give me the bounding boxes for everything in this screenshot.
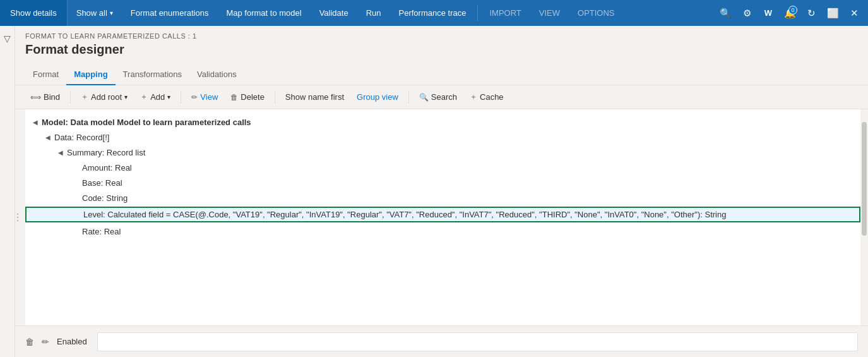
level-label: Level: Calculated field = CASE(@.Code, "…	[82, 210, 726, 219]
tab-mapping[interactable]: Mapping	[66, 64, 115, 85]
nav-item-format-enumerations[interactable]: Format enumerations	[122, 0, 218, 26]
nav-items: Show all Format enumerations Map format …	[68, 0, 711, 26]
summary-label: Summary: Record list	[66, 148, 145, 157]
main-container: ▽ FORMAT TO LEARN PARAMETERIZED CALLS : …	[0, 26, 868, 357]
bottom-bar: 🗑 ✏ Enabled	[15, 325, 868, 357]
group-view-button[interactable]: Group view	[352, 90, 403, 104]
edit-bottom-icon[interactable]: ✏	[42, 337, 49, 347]
content-header: FORMAT TO LEARN PARAMETERIZED CALLS : 1 …	[15, 26, 868, 64]
tree-node-summary[interactable]: ◀ Summary: Record list	[25, 145, 860, 160]
add-root-arrow: ▾	[124, 94, 128, 100]
scrollbar-thumb	[862, 122, 867, 236]
nav-item-validate[interactable]: Validate	[311, 0, 357, 26]
settings-icon[interactable]: ⚙	[738, 4, 756, 22]
toolbar: ⟺ Bind ＋ Add root ▾ ＋ Add ▾ ✏ View 🗑 Del…	[15, 85, 868, 109]
maximize-icon[interactable]: ⬜	[824, 4, 841, 22]
tree-node-amount[interactable]: ▸ Amount: Real	[25, 160, 860, 175]
tab-format[interactable]: Format	[25, 64, 66, 85]
topbar: Show details Show all Format enumeration…	[0, 0, 868, 26]
toolbar-sep-2	[181, 91, 181, 104]
drag-handle-area	[15, 109, 25, 325]
add-button[interactable]: ＋ Add ▾	[135, 89, 175, 105]
tree-area: ◀ Model: Data model Model to learn param…	[15, 109, 868, 325]
toolbar-sep-4	[408, 91, 409, 104]
notifications-icon[interactable]: 🔔 0	[781, 4, 799, 22]
toolbar-sep-3	[275, 91, 275, 104]
filter-icon[interactable]: ▽	[1, 31, 13, 46]
drag-handle[interactable]	[15, 208, 20, 227]
search-button[interactable]: 🔍 Search	[414, 90, 462, 104]
root-arrow[interactable]: ◀	[30, 119, 40, 126]
search-icon[interactable]: 🔍	[716, 4, 734, 22]
tab-validations[interactable]: Validations	[189, 64, 244, 85]
notification-badge: 0	[788, 6, 797, 15]
page-title: Format designer	[25, 42, 858, 57]
tree-node-code[interactable]: ▸ Code: String	[25, 190, 860, 205]
topbar-right: 🔍 ⚙ W 🔔 0 ↻ ⬜ ✕	[711, 4, 868, 22]
show-details-label: Show details	[10, 8, 57, 18]
close-icon[interactable]: ✕	[845, 4, 863, 22]
rate-label: Rate: Real	[81, 227, 121, 236]
left-sidebar: ▽	[0, 26, 15, 357]
toolbar-sep-1	[70, 91, 71, 104]
add-icon: ＋	[140, 92, 148, 102]
data-label: Data: Record[!]	[53, 133, 109, 142]
tabs: Format Mapping Transformations Validatio…	[15, 64, 868, 85]
tree-container[interactable]: ◀ Model: Data model Model to learn param…	[25, 109, 860, 325]
view-icon: ✏	[191, 93, 198, 102]
nav-item-view[interactable]: VIEW	[530, 0, 569, 26]
show-name-first-button[interactable]: Show name first	[280, 90, 349, 104]
cache-icon: ＋	[470, 92, 477, 102]
nav-item-options[interactable]: OPTIONS	[569, 0, 624, 26]
nav-item-show-all[interactable]: Show all	[68, 0, 122, 26]
scrollbar[interactable]	[860, 109, 868, 325]
nav-item-map-format-to-model[interactable]: Map format to model	[217, 0, 310, 26]
bottom-edit-area[interactable]	[97, 332, 858, 351]
tree-node-data[interactable]: ◀ Data: Record[!]	[25, 130, 860, 145]
data-arrow[interactable]: ◀	[43, 134, 53, 141]
add-root-button[interactable]: ＋ Add root ▾	[76, 89, 133, 105]
tab-transformations[interactable]: Transformations	[116, 64, 189, 85]
content-area: FORMAT TO LEARN PARAMETERIZED CALLS : 1 …	[15, 26, 868, 357]
nav-item-import[interactable]: IMPORT	[480, 0, 530, 26]
word-icon[interactable]: W	[759, 4, 777, 22]
code-label: Code: String	[81, 193, 128, 203]
root-label: Model: Data model Model to learn paramet…	[40, 118, 251, 127]
bind-icon: ⟺	[30, 93, 41, 102]
view-button[interactable]: ✏ View	[186, 90, 223, 104]
nav-item-run[interactable]: Run	[357, 0, 390, 26]
refresh-icon[interactable]: ↻	[802, 4, 820, 22]
bind-button[interactable]: ⟺ Bind	[25, 90, 65, 104]
tree-node-rate[interactable]: ▸ Rate: Real	[25, 224, 860, 239]
enabled-label: Enabled	[57, 337, 87, 346]
add-arrow: ▾	[167, 94, 170, 100]
breadcrumb: FORMAT TO LEARN PARAMETERIZED CALLS : 1	[25, 32, 858, 40]
delete-icon: 🗑	[230, 93, 238, 102]
tree-node-root[interactable]: ◀ Model: Data model Model to learn param…	[25, 114, 860, 130]
delete-button[interactable]: 🗑 Delete	[225, 90, 270, 104]
tree-node-level[interactable]: ▸ Level: Calculated field = CASE(@.Code,…	[25, 207, 860, 222]
delete-bottom-icon[interactable]: 🗑	[25, 337, 34, 347]
amount-label: Amount: Real	[81, 163, 132, 172]
nav-separator	[477, 5, 478, 21]
search-toolbar-icon: 🔍	[419, 93, 429, 102]
cache-button[interactable]: ＋ Cache	[465, 89, 509, 105]
add-root-icon: ＋	[81, 92, 88, 102]
show-details-button[interactable]: Show details	[0, 0, 68, 26]
tree-node-base[interactable]: ▸ Base: Real	[25, 175, 860, 190]
summary-arrow[interactable]: ◀	[56, 149, 66, 156]
nav-item-performance-trace[interactable]: Performance trace	[390, 0, 475, 26]
base-label: Base: Real	[81, 178, 122, 188]
